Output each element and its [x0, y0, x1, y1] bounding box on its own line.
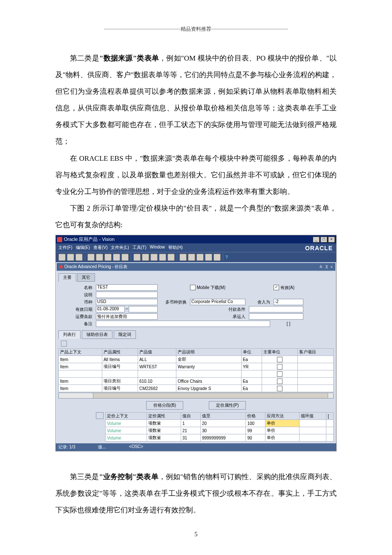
- field-desc[interactable]: [96, 292, 158, 298]
- toolbar[interactable]: ?: [56, 252, 336, 262]
- minimize-icon[interactable]: _: [313, 237, 320, 243]
- pricing-attr-button[interactable]: 定价属性(P): [209, 401, 246, 410]
- maximize-icon[interactable]: □: [320, 237, 327, 243]
- label-name: 名称: [58, 285, 92, 291]
- paragraph-2: 在 ORACLE EBS 中，"数据来源"类表单在每个模块中种类可能很多，每种表…: [55, 150, 337, 200]
- field-freight[interactable]: 预付并追加费用: [96, 313, 158, 320]
- price-break-grid[interactable]: 定价上下文定价属性值自值至价格应用方法循环值[ Volume项数量120100单…: [105, 412, 334, 442]
- mobile-checkbox[interactable]: [190, 285, 196, 290]
- subtab-qualifier[interactable]: 限定词: [114, 330, 136, 339]
- h-scrollbar[interactable]: [58, 393, 334, 399]
- folder-icon-2[interactable]: [96, 412, 104, 419]
- field-eff-from[interactable]: 01-08-2009: [96, 306, 125, 312]
- oracle-screenshot: Oracle 应用产品 - Vision _ □ × ORACLE 文件(F)编…: [55, 235, 337, 451]
- subtab-aux[interactable]: 辅助价目表: [82, 330, 112, 339]
- header-divider: ········································…: [0, 26, 392, 33]
- window-title: Oracle 应用产品 - Vision: [64, 236, 115, 243]
- price-list-grid[interactable]: 产品上下文产品属性产品值产品说明单位主要单位客户项目 ItemAll Items…: [58, 348, 334, 392]
- paragraph-4: 第三类是"业务控制"类表单，例如"销售的物料可订购性、采购的批准供应商列表、系统…: [55, 468, 337, 518]
- inner-icon: [59, 265, 63, 269]
- paragraph-1: 第二类是"数据来源"类表单，例如"OM 模块中的价目表、PO 模块中的报价单、"…: [55, 50, 337, 150]
- subtab-listrow[interactable]: 列表行: [58, 330, 81, 339]
- window-titlebar: Oracle 应用产品 - Vision _ □ ×: [56, 235, 336, 243]
- page-number: 5: [0, 531, 392, 538]
- inner-window-controls[interactable]: ≚ ⊼ ×: [319, 265, 333, 269]
- status-bar: 记录: 1/3 值... <OSC>: [56, 443, 336, 451]
- field-remark[interactable]: [96, 321, 270, 327]
- tab-other[interactable]: 其它: [77, 273, 95, 282]
- folder-icon[interactable]: [61, 341, 67, 347]
- field-name[interactable]: TEST: [96, 284, 158, 291]
- remark-dff-button[interactable]: [ ]: [274, 321, 303, 326]
- oracle-logo: ORACLE: [305, 245, 333, 251]
- field-carrier[interactable]: [249, 313, 303, 320]
- menubar[interactable]: 文件(F)编辑(E)查看(V)文件夹(L)工具(T)Window帮助(H): [56, 243, 336, 252]
- paragraph-3: 下图 2 所示订单管理/定价模块中的"价目表"，就是一个典型的"数据来源类"表单…: [55, 200, 337, 233]
- toolbar-icon[interactable]: [58, 254, 66, 261]
- field-round[interactable]: -2: [274, 299, 303, 305]
- field-payterm[interactable]: [249, 306, 303, 312]
- tab-main[interactable]: 主要: [58, 273, 76, 282]
- field-eff-to[interactable]: [129, 306, 158, 312]
- inner-window-title: Oracle Advanced Pricing - 价目表 ≚ ⊼ ×: [57, 263, 335, 271]
- price-break-button[interactable]: 价格分段(B): [146, 401, 183, 410]
- active-checkbox[interactable]: ✓: [274, 285, 279, 290]
- close-icon[interactable]: ×: [328, 237, 335, 243]
- app-icon: [57, 237, 62, 242]
- field-multi[interactable]: Corporate Pricelist Co: [190, 299, 245, 305]
- field-currency[interactable]: USD: [96, 299, 158, 305]
